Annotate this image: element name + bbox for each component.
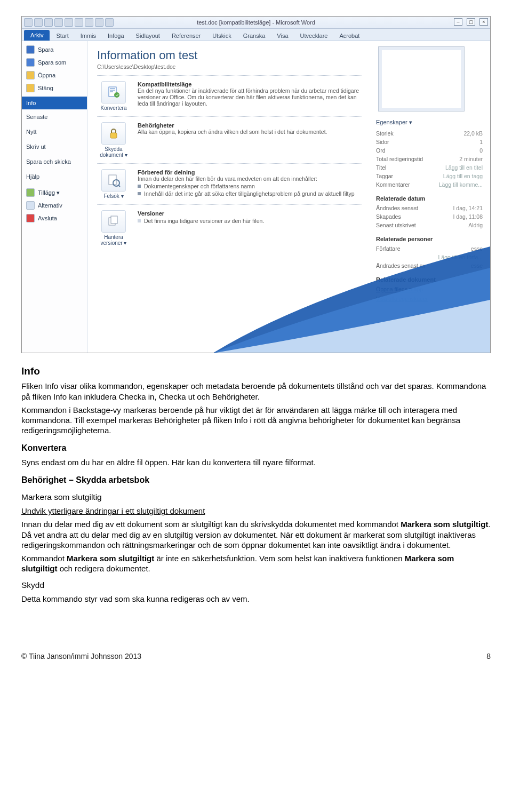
sidebar-spara-som[interactable]: Spara som: [22, 56, 87, 69]
para-info-1: Fliken Info visar olika kommandon, egens…: [21, 381, 491, 401]
document-preview: [378, 46, 465, 112]
ribbon-tabs: Arkiv Start Immis Infoga Sidlayout Refer…: [22, 29, 490, 41]
versions-icon: [107, 214, 121, 228]
sidebar-hjalp[interactable]: Hjälp: [22, 171, 87, 182]
info-main-pane: Information om test C:\Users\esse\Deskto…: [87, 41, 372, 353]
hantera-versioner-button[interactable]: Hantera versioner ▾: [97, 210, 130, 246]
sidebar-oppna[interactable]: Öppna: [22, 69, 87, 82]
word-backstage-screenshot: test.doc [kompatibilitetsläge] - Microso…: [21, 16, 491, 353]
tab-infoga[interactable]: Infoga: [102, 31, 130, 41]
sidebar-avsluta[interactable]: Avsluta: [22, 212, 87, 225]
options-icon: [26, 201, 35, 210]
tab-utvecklare[interactable]: Utvecklare: [295, 31, 333, 41]
kompat-title: Kompatibilitetsläge: [138, 81, 191, 87]
page-footer: © Tiina Janson/immi Johnsson 2013 8: [21, 652, 491, 660]
tab-referenser[interactable]: Referenser: [166, 31, 206, 41]
svg-point-1: [114, 92, 119, 98]
behorigheter-body: Alla kan öppna, kopiera och ändra vilken…: [138, 129, 327, 135]
sidebar-info[interactable]: Info: [22, 97, 87, 109]
para-slutgiltig-2: Kommandot Markera som slutgiltigt är int…: [21, 553, 491, 574]
skydda-dokument-button[interactable]: Skydda dokument ▾: [97, 122, 130, 158]
versioner-title: Versioner: [138, 210, 164, 217]
heading-konvertera: Konvertera: [21, 443, 491, 453]
felsok-button[interactable]: Felsök ▾: [97, 169, 130, 199]
minimize-button[interactable]: –: [454, 18, 462, 26]
heading-info: Info: [21, 365, 491, 378]
footer-copyright: © Tiina Janson/immi Johnsson 2013: [21, 652, 141, 660]
properties-pane: Egenskaper ▾ Storlek22,0 kB Sidor1 Ord0 …: [372, 41, 490, 353]
heading-behorighet: Behörighet – Skydda arbetsbok: [21, 475, 491, 485]
window-title: test.doc [kompatibilitetsläge] - Microso…: [22, 19, 490, 26]
sidebar-skriv-ut[interactable]: Skriv ut: [22, 141, 87, 152]
info-heading: Information om test: [97, 49, 362, 62]
svg-rect-2: [110, 133, 117, 138]
tab-sidlayout[interactable]: Sidlayout: [131, 31, 165, 41]
titlebar: test.doc [kompatibilitetsläge] - Microso…: [22, 17, 490, 29]
behorigheter-title: Behörigheter: [138, 122, 174, 129]
sidebar-tillagg[interactable]: Tillägg ▾: [22, 186, 87, 199]
sidebar-alternativ[interactable]: Alternativ: [22, 199, 87, 212]
para-info-2: Kommandon i Backstage-vy markeras beroen…: [21, 405, 491, 436]
add-author-field[interactable]: Lägg till en förfa...: [438, 254, 483, 260]
maximize-button[interactable]: ▢: [467, 18, 475, 26]
document-body: Info Fliken Info visar olika kommandon, …: [21, 365, 491, 604]
svg-rect-6: [111, 216, 117, 224]
para-undvik: Undvik ytterligare ändringar i ett slutg…: [21, 506, 491, 516]
konvertera-button[interactable]: Konvertera: [97, 81, 130, 111]
protect-icon: [107, 126, 121, 140]
heading-markera-slutgiltig: Markera som slutgiltig: [21, 492, 491, 503]
show-all-properties-link[interactable]: Visa alla egenskaper: [376, 296, 483, 302]
forbered-intro: Innan du delar den här filen bör du vara…: [138, 176, 317, 182]
addin-icon: [26, 188, 35, 197]
tab-visa[interactable]: Visa: [271, 31, 293, 41]
save-as-icon: [26, 58, 35, 67]
sidebar-spara-och-skicka[interactable]: Spara och skicka: [22, 156, 87, 167]
close-doc-icon: [26, 84, 35, 92]
sidebar-senaste[interactable]: Senaste: [22, 112, 87, 122]
egenskaper-dropdown[interactable]: Egenskaper ▾: [376, 119, 483, 126]
add-title-field[interactable]: Lägg till en titel: [445, 164, 483, 171]
save-icon: [26, 45, 35, 54]
sidebar-stang[interactable]: Stäng: [22, 82, 87, 94]
footer-page-number: 8: [486, 652, 491, 660]
heading-skydd: Skydd: [21, 580, 491, 591]
close-button[interactable]: ×: [479, 18, 488, 26]
open-file-location-link[interactable]: Öppna filens mapp: [376, 286, 483, 292]
exit-icon: [26, 214, 35, 222]
tab-arkiv[interactable]: Arkiv: [24, 30, 50, 41]
convert-icon: [107, 85, 121, 99]
tab-immis[interactable]: Immis: [75, 31, 101, 41]
add-tags-field[interactable]: Lägg till en tagg: [443, 173, 483, 179]
para-skydd: Detta kommando styr vad som ska kunna re…: [21, 594, 491, 604]
tab-granska[interactable]: Granska: [238, 31, 271, 41]
kompat-body: En del nya funktioner är inaktiverade fö…: [138, 87, 359, 107]
backstage-sidebar: Spara Spara som Öppna Stäng Info Senaste…: [22, 41, 87, 353]
open-icon: [26, 71, 35, 79]
tab-utskick[interactable]: Utskick: [207, 31, 236, 41]
sidebar-nytt[interactable]: Nytt: [22, 126, 87, 137]
forbered-title: Förbered för delning: [138, 169, 195, 176]
tab-start[interactable]: Start: [51, 31, 74, 41]
document-path: C:\Users\esse\Desktop\test.doc: [97, 63, 362, 70]
para-slutgiltig-1: Innan du delar med dig av ett dokument s…: [21, 519, 491, 550]
sidebar-spara[interactable]: Spara: [22, 43, 87, 56]
check-issues-icon: [107, 173, 121, 187]
add-comments-field[interactable]: Lägg till komme...: [439, 181, 483, 188]
para-konvertera: Syns endast om du har en äldre fil öppen…: [21, 457, 491, 467]
tab-acrobat[interactable]: Acrobat: [334, 31, 365, 41]
